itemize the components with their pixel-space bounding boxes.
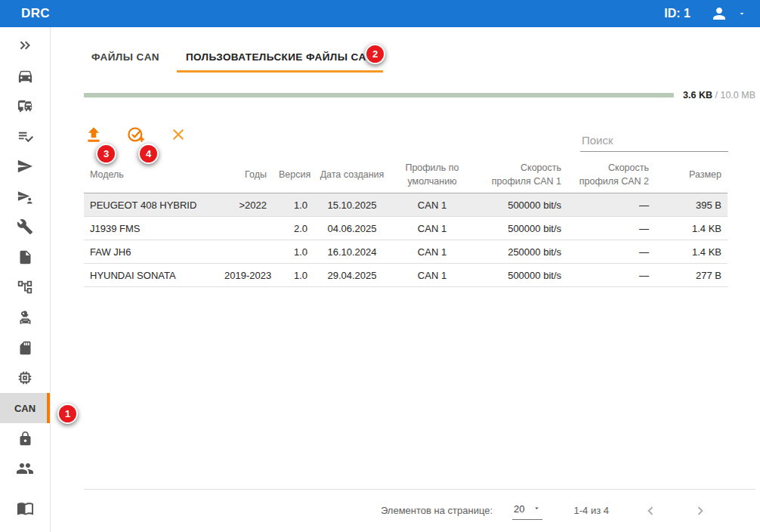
caret-down-icon [737,9,746,18]
column-header-can1-speed: Скорость профиля CAN 1 [474,156,567,193]
table-header-row: Модель Годы Версия Дата создания Профиль… [84,156,728,193]
pagination-bar: Элементов на странице: 20 1-4 из 4 [84,489,755,531]
commute-icon [17,97,34,115]
search-field [580,131,728,152]
sidebar-item-network[interactable] [0,272,50,302]
delete-file-button[interactable] [168,126,188,146]
upload-icon [84,125,103,147]
table-row[interactable]: J1939 FMS 2.0 04.06.2025 CAN 1 500000 bi… [84,217,728,240]
column-header-version: Версия [273,156,314,193]
sidebar-item-users[interactable] [0,453,50,484]
sd-card-icon [17,340,33,356]
table-row[interactable]: PEUGEOT 408 HYBRID >2022 1.0 15.10.2025 … [84,193,728,217]
sidebar-item-firmware[interactable] [0,363,50,393]
table-row[interactable]: FAW JH6 1.0 16.10.2024 CAN 1 250000 bit/… [84,240,728,264]
app-header: DRC ID: 1 [0,0,760,27]
chevron-left-icon [642,503,659,519]
pagination-range-label: 1-4 из 4 [574,505,609,516]
car-icon [17,67,34,85]
sidebar-item-can-label: CAN [14,403,36,414]
sidebar-item-security[interactable] [0,423,50,453]
document-icon [17,249,33,265]
sidebar-item-vehicle-keys[interactable] [0,302,50,332]
wrench-icon [17,218,33,235]
next-page-button[interactable] [692,503,709,519]
double-chevron-right-icon [17,37,33,54]
storage-progress-bar [84,93,674,97]
sidebar-item-send-user[interactable] [0,181,50,212]
sidebar-item-fleet[interactable] [0,91,50,121]
lock-icon [17,431,33,447]
sidebar-item-documents[interactable] [0,242,50,272]
toolbar [84,120,755,152]
column-header-size: Размер [655,156,728,193]
sidebar-item-can[interactable]: CAN [0,393,50,423]
storage-total-value: 10.0 MB [720,90,755,101]
assign-file-button[interactable] [126,126,146,146]
can-files-table: Модель Годы Версия Дата создания Профиль… [84,156,728,287]
sidebar-item-sd-card[interactable] [0,332,50,363]
app-logo: DRC [21,6,50,21]
column-header-can2-speed: Скорость профиля CAN 2 [567,156,655,193]
items-per-page-label: Элементов на странице: [381,505,493,516]
table-row[interactable]: HYUNDAI SONATA 2019-2023 1.0 29.04.2025 … [84,264,728,287]
column-header-default-profile: Профиль по умолчанию [391,156,474,193]
clear-icon [169,125,187,147]
callout-badge-4: 4 [138,144,159,164]
people-icon [16,459,34,478]
previous-page-button[interactable] [642,503,659,519]
search-input[interactable] [580,131,728,152]
storage-used-value: 3.6 KB [683,90,712,101]
app-window: DRC ID: 1 [0,0,760,532]
caret-down-icon [533,503,541,515]
sidebar-expand-button[interactable] [0,30,50,60]
book-icon [17,500,34,517]
tab-custom-can-files[interactable]: ПОЛЬЗОВАТЕЛЬСКИЕ ФАЙЛЫ CAN [177,42,383,73]
car-key-icon [17,309,34,326]
upload-file-button[interactable] [84,126,103,146]
sidebar-item-manual[interactable] [0,493,50,523]
column-header-created: Дата создания [314,156,391,193]
main-content: ФАЙЛЫ CAN ПОЛЬЗОВАТЕЛЬСКИЕ ФАЙЛЫ CAN 3.6… [51,27,760,532]
column-header-years: Годы [218,156,273,193]
playlist-check-icon [17,128,34,145]
page-size-select[interactable]: 20 [512,502,542,520]
person-icon [710,5,728,23]
sidebar-item-tools[interactable] [0,212,50,242]
sidebar: CAN [0,27,51,532]
user-id-label: ID: 1 [664,7,690,20]
send-user-icon [17,188,34,206]
user-menu-button[interactable] [710,5,746,23]
storage-label: 3.6 KB / 10.0 MB [683,90,755,101]
sidebar-item-task-list[interactable] [0,121,50,151]
sidebar-item-vehicles[interactable] [0,60,50,91]
callout-badge-3: 3 [96,144,116,164]
chip-icon [17,370,33,386]
tab-can-files[interactable]: ФАЙЛЫ CAN [84,42,177,73]
tree-icon [17,279,33,295]
storage-usage: 3.6 KB / 10.0 MB [84,90,755,101]
tab-bar: ФАЙЛЫ CAN ПОЛЬЗОВАТЕЛЬСКИЕ ФАЙЛЫ CAN [84,42,755,73]
sidebar-item-send[interactable] [0,151,50,181]
callout-badge-1: 1 [57,404,78,424]
callout-badge-2: 2 [365,44,385,64]
send-icon [17,158,33,175]
page-size-value: 20 [514,503,524,515]
chevron-right-icon [692,503,709,519]
